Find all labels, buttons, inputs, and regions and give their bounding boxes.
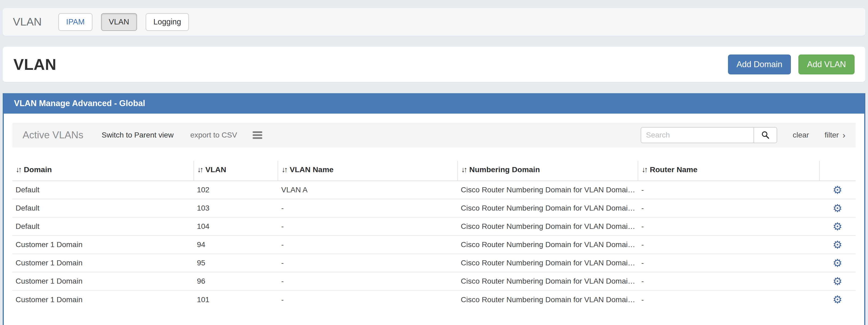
cell-router-name: - (638, 254, 819, 272)
cell-numbering-domain: Cisco Router Numbering Domain for VLAN D… (458, 199, 638, 217)
add-vlan-button[interactable]: Add VLAN (798, 55, 855, 74)
vlan-table-wrap: ↓↑Domain ↓↑VLAN ↓↑VLAN Name ↓↑Numbering … (12, 161, 856, 308)
column-header-vlan-name[interactable]: ↓↑VLAN Name (278, 161, 457, 181)
cell-actions: ⚙ (819, 181, 856, 199)
cell-router-name: - (638, 181, 819, 199)
filter-label: filter (825, 131, 839, 139)
section-heading: VLAN (13, 15, 42, 28)
tab-logging-label: Logging (153, 18, 181, 26)
table-row: Customer 1 Domain 95 - Cisco Router Numb… (12, 254, 856, 272)
export-csv-link[interactable]: export to CSV (190, 131, 237, 139)
cell-actions: ⚙ (819, 235, 856, 254)
cell-domain: Customer 1 Domain (12, 235, 194, 254)
panel-header: VLAN Manage Advanced - Global (4, 93, 864, 113)
cell-router-name: - (638, 199, 819, 217)
cell-domain: Default (12, 199, 194, 217)
gear-icon[interactable]: ⚙ (833, 202, 842, 214)
chevron-right-icon: › (842, 131, 845, 139)
tab-logging[interactable]: Logging (146, 13, 189, 31)
table-row: Customer 1 Domain 101 - Cisco Router Num… (12, 290, 856, 308)
table-row: Customer 1 Domain 94 - Cisco Router Numb… (12, 235, 856, 254)
cell-vlan-name: - (278, 272, 457, 290)
cell-actions: ⚙ (819, 272, 856, 290)
table-toolbar: Active VLANs Switch to Parent view expor… (12, 123, 856, 148)
cell-vlan: 101 (194, 290, 278, 308)
top-tab-strip: VLAN IPAM VLAN Logging (3, 8, 865, 36)
cell-actions: ⚙ (819, 217, 856, 235)
column-label: Numbering Domain (469, 165, 540, 174)
cell-router-name: - (638, 290, 819, 308)
page-header-card: VLAN Add Domain Add VLAN (3, 47, 865, 82)
search-box (641, 127, 777, 143)
tab-vlan[interactable]: VLAN (101, 13, 137, 31)
active-vlans-label: Active VLANs (23, 129, 83, 141)
cell-vlan-name: - (278, 254, 457, 272)
column-header-domain[interactable]: ↓↑Domain (12, 161, 194, 181)
clear-link[interactable]: clear (793, 131, 809, 139)
switch-parent-view-link[interactable]: Switch to Parent view (101, 131, 174, 139)
column-header-actions (819, 161, 856, 181)
cell-numbering-domain: Cisco Router Numbering Domain for VLAN D… (458, 217, 638, 235)
sort-icon[interactable]: ↓↑ (197, 165, 203, 174)
cell-router-name: - (638, 235, 819, 254)
column-label: Domain (24, 165, 52, 174)
add-domain-button[interactable]: Add Domain (728, 55, 791, 74)
vlan-manage-panel: VLAN Manage Advanced - Global Active VLA… (3, 93, 865, 325)
cell-domain: Customer 1 Domain (12, 272, 194, 290)
gear-icon[interactable]: ⚙ (833, 239, 842, 251)
search-input[interactable] (641, 128, 753, 142)
table-row: Default 104 - Cisco Router Numbering Dom… (12, 217, 856, 235)
page-actions: Add Domain Add VLAN (720, 55, 855, 74)
table-row: Default 103 - Cisco Router Numbering Dom… (12, 199, 856, 217)
table-row: Customer 1 Domain 96 - Cisco Router Numb… (12, 272, 856, 290)
sort-icon[interactable]: ↓↑ (642, 165, 647, 174)
gear-icon[interactable]: ⚙ (833, 257, 842, 269)
sort-icon[interactable]: ↓↑ (461, 165, 466, 174)
cell-numbering-domain: Cisco Router Numbering Domain for VLAN D… (458, 181, 638, 199)
tab-vlan-label: VLAN (109, 18, 129, 26)
cell-numbering-domain: Cisco Router Numbering Domain for VLAN D… (458, 235, 638, 254)
cell-vlan: 103 (194, 199, 278, 217)
cell-actions: ⚙ (819, 199, 856, 217)
hamburger-icon[interactable] (253, 131, 262, 140)
column-label: VLAN (205, 165, 226, 174)
sort-icon[interactable]: ↓↑ (281, 165, 286, 174)
cell-vlan-name: - (278, 235, 457, 254)
search-button[interactable] (753, 128, 777, 142)
cell-numbering-domain: Cisco Router Numbering Domain for VLAN D… (458, 290, 638, 308)
filter-link[interactable]: filter › (825, 131, 845, 139)
gear-icon[interactable]: ⚙ (833, 184, 842, 196)
cell-vlan: 104 (194, 217, 278, 235)
cell-vlan: 95 (194, 254, 278, 272)
sort-icon[interactable]: ↓↑ (16, 165, 21, 174)
cell-vlan: 96 (194, 272, 278, 290)
vlan-table: ↓↑Domain ↓↑VLAN ↓↑VLAN Name ↓↑Numbering … (12, 161, 856, 308)
column-header-router-name[interactable]: ↓↑Router Name (638, 161, 819, 181)
column-label: Router Name (650, 165, 698, 174)
panel-body: Active VLANs Switch to Parent view expor… (4, 113, 864, 308)
cell-domain: Default (12, 217, 194, 235)
tab-ipam[interactable]: IPAM (58, 13, 92, 31)
column-header-numbering-domain[interactable]: ↓↑Numbering Domain (458, 161, 638, 181)
cell-router-name: - (638, 217, 819, 235)
column-label: VLAN Name (290, 165, 334, 174)
panel-title: VLAN Manage Advanced - Global (14, 99, 145, 108)
page-title: VLAN (13, 55, 56, 73)
table-header-row: ↓↑Domain ↓↑VLAN ↓↑VLAN Name ↓↑Numbering … (12, 161, 856, 181)
cell-actions: ⚙ (819, 290, 856, 308)
cell-actions: ⚙ (819, 254, 856, 272)
cell-numbering-domain: Cisco Router Numbering Domain for VLAN D… (458, 254, 638, 272)
cell-vlan-name: - (278, 199, 457, 217)
gear-icon[interactable]: ⚙ (833, 294, 842, 305)
table-row: Default 102 VLAN A Cisco Router Numberin… (12, 181, 856, 199)
cell-vlan: 94 (194, 235, 278, 254)
toolbar-right-group: clear filter › (641, 127, 845, 143)
cell-vlan-name: VLAN A (278, 181, 457, 199)
cell-domain: Customer 1 Domain (12, 254, 194, 272)
gear-icon[interactable]: ⚙ (833, 221, 842, 232)
cell-domain: Customer 1 Domain (12, 290, 194, 308)
search-icon (761, 131, 770, 140)
column-header-vlan[interactable]: ↓↑VLAN (194, 161, 278, 181)
cell-vlan-name: - (278, 217, 457, 235)
gear-icon[interactable]: ⚙ (833, 275, 842, 287)
